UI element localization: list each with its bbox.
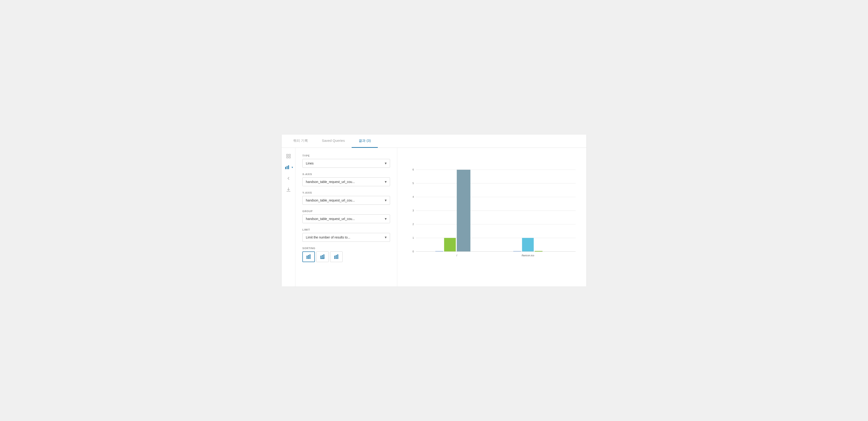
sort-default-button[interactable] (302, 252, 315, 262)
y-axis-select-wrapper: handson_table_request_url_cou... ▼ (302, 196, 390, 205)
y-axis-select[interactable]: handson_table_request_url_cou... (302, 196, 390, 205)
main-content: ▼ TYPE Lines (282, 148, 586, 287)
svg-text:3: 3 (412, 209, 414, 212)
svg-rect-8 (307, 256, 307, 259)
y-axis-label: Y-AXIS (302, 191, 390, 194)
tab-saved-queries[interactable]: Saved Queries (315, 134, 352, 148)
type-label: TYPE (302, 154, 390, 157)
svg-rect-12 (322, 255, 323, 259)
svg-rect-6 (288, 165, 289, 169)
x-axis-select[interactable]: handson_table_request_url_cou... (302, 177, 390, 186)
svg-rect-10 (310, 255, 310, 259)
group-select-wrapper: handson_table_request_url_cou... ▼ (302, 215, 390, 223)
limit-select-wrapper: Limit the number of results to... ▼ (302, 233, 390, 242)
svg-text:1: 1 (412, 236, 414, 239)
chart-wrapper: 0 1 2 3 4 5 6 (404, 153, 580, 282)
svg-text:5: 5 (412, 182, 414, 185)
limit-label: LIMIT (302, 228, 390, 231)
sidebar: ▼ (282, 148, 296, 287)
bar-chart-icon[interactable] (283, 164, 291, 171)
sorting-buttons (302, 252, 390, 262)
back-icon[interactable] (285, 175, 292, 182)
tab-query-history[interactable]: 쿼리 기록 (286, 134, 315, 148)
x-axis-select-wrapper: handson_table_request_url_cou... ▼ (302, 177, 390, 186)
chart-area: 0 1 2 3 4 5 6 (397, 148, 586, 287)
grid-icon[interactable] (285, 153, 292, 160)
chart-type-dropdown-arrow[interactable]: ▼ (291, 166, 293, 169)
group-select[interactable]: handson_table_request_url_cou... (302, 215, 390, 223)
svg-rect-1 (289, 154, 290, 156)
svg-rect-17 (338, 255, 338, 259)
svg-text:/favicon.ico: /favicon.ico (522, 254, 534, 257)
tabs-bar: 쿼리 기록 Saved Queries 결과 (3) (282, 134, 586, 148)
bar-chart: 0 1 2 3 4 5 6 (404, 153, 580, 273)
main-container: 쿼리 기록 Saved Queries 결과 (3) (281, 134, 587, 287)
svg-rect-3 (289, 157, 290, 158)
svg-rect-0 (286, 154, 288, 156)
svg-text:2: 2 (412, 223, 414, 226)
x-axis-label: X-AXIS (302, 173, 390, 175)
svg-rect-33 (444, 238, 456, 252)
group-label: GROUP (302, 210, 390, 213)
svg-rect-4 (285, 167, 286, 169)
tab-results[interactable]: 결과 (3) (352, 134, 378, 148)
svg-text:4: 4 (412, 195, 414, 198)
svg-rect-2 (286, 157, 288, 158)
svg-text:/: / (457, 254, 457, 257)
svg-rect-16 (336, 255, 337, 259)
limit-field-group: LIMIT Limit the number of results to... … (302, 228, 390, 242)
sort-ascending-button[interactable] (316, 252, 329, 262)
svg-text:0: 0 (412, 250, 414, 253)
sort-descending-button[interactable] (330, 252, 343, 262)
svg-text:6: 6 (412, 168, 414, 171)
svg-rect-9 (308, 255, 309, 259)
controls-panel: TYPE Lines Bars Scatter Pie ▼ X-AXIS han (296, 148, 397, 287)
x-axis-field-group: X-AXIS handson_table_request_url_cou... … (302, 173, 390, 186)
svg-rect-5 (287, 166, 287, 169)
group-field-group: GROUP handson_table_request_url_cou... ▼ (302, 210, 390, 223)
sorting-field-group: SORTING (302, 247, 390, 262)
sorting-label: SORTING (302, 247, 390, 250)
limit-select[interactable]: Limit the number of results to... (302, 233, 390, 242)
type-select-wrapper: Lines Bars Scatter Pie ▼ (302, 159, 390, 168)
svg-rect-36 (522, 238, 534, 252)
svg-rect-15 (335, 256, 335, 259)
type-select[interactable]: Lines Bars Scatter Pie (302, 159, 390, 168)
y-axis-field-group: Y-AXIS handson_table_request_url_cou... … (302, 191, 390, 205)
svg-rect-34 (457, 170, 470, 252)
svg-rect-11 (321, 256, 321, 259)
download-icon[interactable] (285, 186, 292, 193)
type-field-group: TYPE Lines Bars Scatter Pie ▼ (302, 154, 390, 168)
